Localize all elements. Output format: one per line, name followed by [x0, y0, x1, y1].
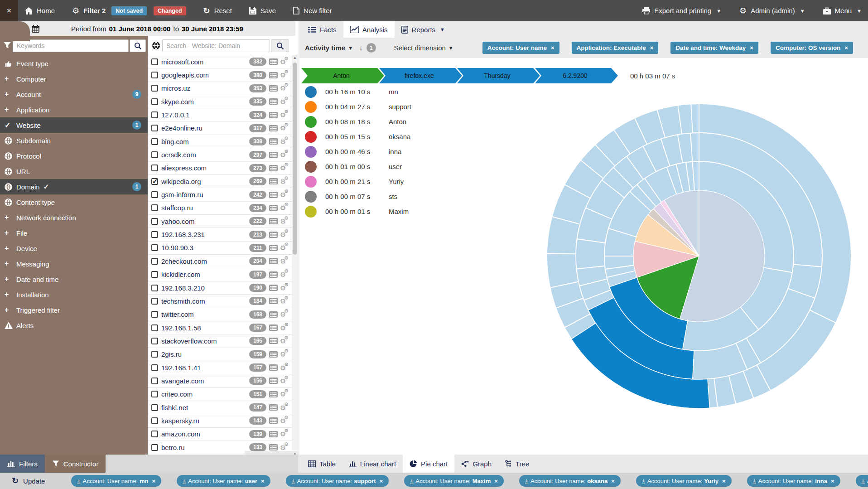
domain-name[interactable]: wikipedia.org [161, 178, 201, 185]
legend-color-dot[interactable] [305, 191, 317, 203]
details-list-icon[interactable] [269, 337, 278, 344]
user-filter-chip[interactable]: ± Account: User name: Yuriy × [636, 475, 732, 487]
settings-gears-icon[interactable]: ⚙⚙ [280, 311, 290, 318]
tab-graph[interactable]: Graph [454, 455, 498, 473]
domain-checkbox[interactable] [151, 85, 158, 92]
settings-gears-icon[interactable]: ⚙⚙ [280, 351, 290, 358]
remove-chip-icon[interactable]: × [611, 478, 615, 484]
settings-gears-icon[interactable]: ⚙⚙ [280, 244, 290, 251]
sidebar-item[interactable]: + Triggered filter ✓ [0, 302, 148, 318]
settings-gears-icon[interactable]: ⚙⚙ [280, 324, 290, 331]
domain-name[interactable]: staffcop.ru [161, 204, 193, 212]
domain-row[interactable]: yahoo.com 222 ⚙⚙ [148, 215, 292, 228]
sidebar-item[interactable]: + Account ✓ 9 [0, 87, 148, 102]
details-list-icon[interactable] [269, 311, 278, 318]
settings-gears-icon[interactable]: ⚙⚙ [280, 218, 290, 225]
sidebar-item[interactable]: Alerts ✓ [0, 318, 148, 333]
details-list-icon[interactable] [269, 72, 278, 79]
domain-list-scrollbar[interactable]: ▲ [292, 55, 298, 450]
domain-name[interactable]: techsmith.com [161, 297, 205, 305]
sidebar-item[interactable]: Content type ✓ [0, 194, 148, 210]
domain-checkbox[interactable] [151, 151, 158, 158]
domain-checkbox[interactable] [151, 244, 158, 251]
domain-name[interactable]: 10.90.90.3 [161, 244, 193, 252]
plus-minus-icon[interactable]: ± [410, 478, 413, 484]
domain-name[interactable]: microsoft.com [161, 58, 203, 66]
domain-row[interactable]: amazon.com 139 ⚙⚙ [148, 428, 292, 441]
domain-name[interactable]: 2checkout.com [161, 257, 207, 265]
domain-name[interactable]: 127.0.0.1 [161, 111, 190, 119]
domain-name[interactable]: e2e4online.ru [161, 124, 203, 132]
details-list-icon[interactable] [269, 191, 278, 199]
details-list-icon[interactable] [269, 324, 278, 331]
export-printing-menu[interactable]: Export and printing ▼ [642, 7, 721, 15]
domain-name[interactable]: stackoverflow.com [161, 337, 217, 345]
settings-gears-icon[interactable]: ⚙⚙ [280, 417, 290, 424]
sidebar-item[interactable]: Event type ✓ [0, 56, 148, 71]
domain-row[interactable]: aliexpress.com 273 ⚙⚙ [148, 162, 292, 175]
user-filter-chip[interactable]: ± Account: User name: user × [177, 475, 270, 487]
sidebar-item[interactable]: Domain ✓ 1 [0, 179, 148, 194]
sidebar-item[interactable]: + Device ✓ [0, 241, 148, 256]
domain-row[interactable]: googleapis.com 380 ⚙⚙ [148, 68, 292, 82]
update-button[interactable]: ↻ Update [12, 476, 45, 486]
sort-direction-icon[interactable]: ↓ [359, 44, 363, 52]
domain-row[interactable]: wikipedia.org 269 ⚙⚙ [148, 175, 292, 188]
sidebar-item[interactable]: Subdomain ✓ [0, 133, 148, 148]
tab-facts[interactable]: Facts [301, 21, 343, 38]
remove-chip-icon[interactable]: × [831, 478, 834, 484]
domain-row[interactable]: staffcop.ru 234 ⚙⚙ [148, 202, 292, 215]
domain-row[interactable]: bing.com 308 ⚙⚙ [148, 135, 292, 148]
domain-checkbox[interactable] [151, 431, 158, 437]
sidebar-item[interactable]: + Installation ✓ [0, 287, 148, 302]
domain-search-input[interactable] [162, 39, 270, 52]
tab-reports[interactable]: Reports ▼ [395, 21, 452, 38]
details-list-icon[interactable] [269, 364, 278, 371]
user-filter-chip[interactable]: ± Account: User name: mn × [71, 475, 161, 487]
home-button[interactable]: Home [25, 7, 55, 15]
domain-checkbox[interactable] [151, 138, 158, 145]
remove-chip-icon[interactable]: × [722, 478, 726, 484]
domain-name[interactable]: aliexpress.com [161, 164, 207, 172]
domain-name[interactable]: betro.ru [161, 444, 185, 451]
details-list-icon[interactable] [269, 284, 278, 291]
settings-gears-icon[interactable]: ⚙⚙ [280, 285, 290, 291]
settings-gears-icon[interactable]: ⚙⚙ [280, 111, 290, 118]
domain-name[interactable]: twitter.com [161, 310, 194, 318]
details-list-icon[interactable] [269, 111, 278, 119]
close-panel-button[interactable]: × [0, 0, 18, 21]
domain-checkbox[interactable] [151, 324, 158, 331]
dimension-chip[interactable]: Date and time: Weekday × [670, 42, 758, 54]
settings-gears-icon[interactable]: ⚙⚙ [280, 98, 290, 105]
details-list-icon[interactable] [269, 138, 278, 145]
scrollbar-thumb[interactable] [293, 63, 297, 255]
domain-row[interactable]: techsmith.com 184 ⚙⚙ [148, 295, 292, 308]
details-list-icon[interactable] [269, 178, 278, 185]
scroll-up-icon[interactable]: ▲ [292, 55, 298, 62]
settings-gears-icon[interactable]: ⚙⚙ [280, 204, 290, 211]
settings-gears-icon[interactable]: ⚙⚙ [280, 58, 290, 65]
settings-gears-icon[interactable]: ⚙⚙ [280, 298, 290, 305]
tab-table[interactable]: Table [301, 455, 342, 473]
user-filter-chip[interactable]: ± Account: User name: support × [286, 475, 389, 487]
domain-checkbox[interactable] [151, 98, 158, 105]
sidebar-item[interactable]: + Computer ✓ [0, 71, 148, 87]
settings-gears-icon[interactable]: ⚙⚙ [280, 258, 290, 265]
domain-row[interactable]: ocrsdk.com 297 ⚙⚙ [148, 148, 292, 161]
legend-color-dot[interactable] [305, 101, 317, 113]
domain-row[interactable]: 2gis.ru 159 ⚙⚙ [148, 348, 292, 361]
settings-gears-icon[interactable]: ⚙⚙ [280, 338, 290, 344]
sidebar-item[interactable]: URL ✓ [0, 164, 148, 179]
settings-gears-icon[interactable]: ⚙⚙ [280, 191, 290, 198]
domain-name[interactable]: 192.168.3.210 [161, 284, 205, 292]
settings-gears-icon[interactable]: ⚙⚙ [280, 138, 290, 145]
tab-constructor[interactable]: Constructor [45, 455, 106, 473]
breadcrumb-arrow[interactable]: Thursday [457, 68, 540, 83]
details-list-icon[interactable] [269, 165, 278, 172]
tab-filters[interactable]: Filters [0, 455, 45, 473]
domain-name[interactable]: googleapis.com [161, 71, 209, 79]
settings-gears-icon[interactable]: ⚙⚙ [280, 444, 290, 451]
domain-checkbox[interactable] [151, 111, 158, 118]
legend-color-dot[interactable] [305, 176, 317, 188]
domain-checkbox[interactable] [151, 231, 158, 238]
